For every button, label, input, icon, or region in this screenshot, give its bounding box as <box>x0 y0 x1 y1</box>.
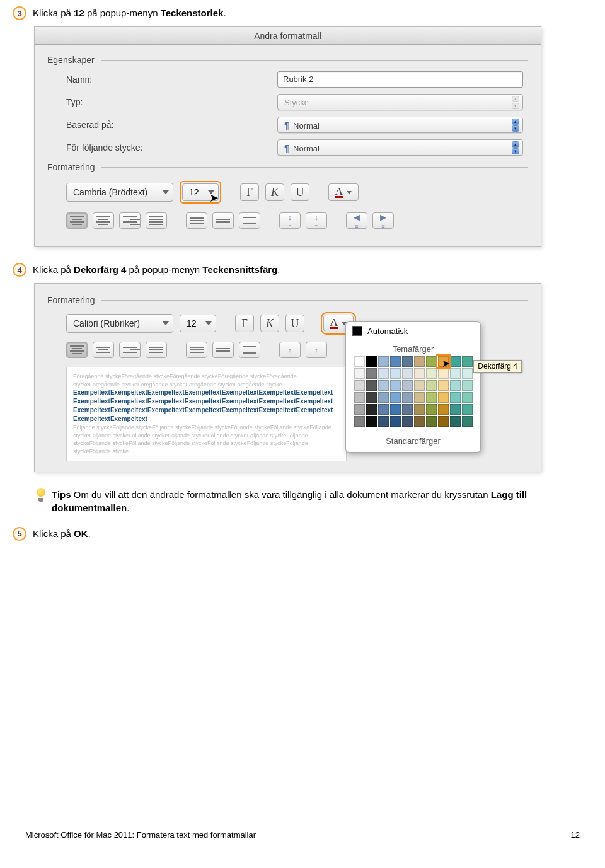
align-justify-button-2[interactable] <box>146 342 167 358</box>
italic-button[interactable]: K <box>265 183 284 201</box>
legend-formatting-2: Formatering <box>47 295 528 305</box>
theme-swatch[interactable] <box>390 380 401 391</box>
decrease-indent-button[interactable]: ◀≡ <box>346 212 367 229</box>
theme-swatch[interactable] <box>354 380 365 391</box>
line-spacing-1-button[interactable] <box>186 212 207 229</box>
theme-swatch[interactable] <box>450 392 461 403</box>
align-left-button-2[interactable] <box>66 342 88 358</box>
theme-swatch[interactable] <box>414 356 425 367</box>
font-family-dropdown[interactable]: Cambria (Brödtext) <box>66 183 173 202</box>
font-size-dropdown-2[interactable]: 12 <box>180 315 216 332</box>
bold-button[interactable]: F <box>240 183 259 201</box>
increase-indent-button[interactable]: ▶≡ <box>372 212 394 229</box>
underline-button-2[interactable]: U <box>285 315 304 332</box>
theme-swatch[interactable] <box>390 356 401 367</box>
theme-swatch[interactable] <box>366 356 377 367</box>
theme-swatch[interactable] <box>462 380 473 391</box>
theme-swatch[interactable] <box>366 416 377 427</box>
tip-block: Tips Om du vill att den ändrade formatma… <box>35 488 580 514</box>
following-dropdown[interactable]: ¶Normal ▴▾ <box>277 139 523 156</box>
theme-swatch[interactable] <box>426 356 437 367</box>
based-on-dropdown[interactable]: ¶Normal ▴▾ <box>277 117 523 133</box>
theme-swatch[interactable] <box>414 380 425 391</box>
theme-swatch[interactable] <box>354 416 365 427</box>
theme-swatch[interactable] <box>402 380 413 391</box>
theme-swatch[interactable] <box>426 404 437 415</box>
theme-swatch[interactable] <box>462 356 473 367</box>
theme-swatch[interactable] <box>426 392 437 403</box>
theme-swatch[interactable] <box>366 380 377 391</box>
theme-swatch[interactable] <box>366 392 377 403</box>
theme-swatch[interactable] <box>366 368 377 379</box>
theme-swatch[interactable] <box>438 368 449 379</box>
space-before-inc-button[interactable]: ↕≡ <box>279 212 301 229</box>
pilcrow-icon: ¶ <box>284 142 289 153</box>
theme-swatch[interactable] <box>378 392 389 403</box>
font-size-dropdown[interactable]: 12 <box>182 183 219 201</box>
theme-swatch[interactable] <box>354 404 365 415</box>
italic-button-2[interactable]: K <box>260 315 279 332</box>
line-spacing-1-button-2[interactable] <box>186 342 207 358</box>
theme-swatch[interactable] <box>390 368 401 379</box>
line-spacing-15-button-2[interactable] <box>212 342 234 358</box>
theme-swatch[interactable] <box>402 356 413 367</box>
theme-swatch[interactable] <box>450 356 461 367</box>
align-center-button[interactable] <box>93 212 114 229</box>
theme-swatch[interactable] <box>450 368 461 379</box>
theme-swatch[interactable] <box>390 416 401 427</box>
theme-swatch[interactable] <box>438 380 449 391</box>
theme-swatch[interactable] <box>414 368 425 379</box>
theme-swatch[interactable] <box>402 416 413 427</box>
line-spacing-15-button[interactable] <box>212 212 234 229</box>
theme-swatch[interactable] <box>438 392 449 403</box>
bold-button-2[interactable]: F <box>235 315 254 332</box>
theme-swatch[interactable] <box>450 380 461 391</box>
theme-swatch[interactable] <box>426 380 437 391</box>
theme-swatch[interactable] <box>378 380 389 391</box>
theme-swatch[interactable] <box>462 416 473 427</box>
theme-swatch[interactable] <box>414 404 425 415</box>
theme-swatch[interactable] <box>426 416 437 427</box>
theme-swatch[interactable] <box>354 392 365 403</box>
theme-swatch[interactable] <box>378 404 389 415</box>
theme-swatch[interactable] <box>378 368 389 379</box>
theme-swatch[interactable] <box>462 368 473 379</box>
theme-swatch[interactable] <box>450 404 461 415</box>
align-justify-button[interactable] <box>146 212 167 229</box>
theme-swatch[interactable] <box>426 368 437 379</box>
theme-swatch[interactable] <box>450 416 461 427</box>
line-spacing-2-button-2[interactable] <box>239 342 260 358</box>
label-following: För följande stycke: <box>66 142 277 153</box>
space-before-dec-button-2[interactable]: ↕ <box>306 342 327 358</box>
theme-swatch[interactable] <box>438 416 449 427</box>
theme-swatch[interactable] <box>414 416 425 427</box>
name-input[interactable]: Rubrik 2 <box>277 71 523 88</box>
theme-swatch[interactable] <box>402 404 413 415</box>
theme-swatch[interactable] <box>462 392 473 403</box>
align-center-button-2[interactable] <box>93 342 114 358</box>
font-family-dropdown-2[interactable]: Calibri (Rubriker) <box>66 314 173 333</box>
theme-swatch[interactable] <box>366 404 377 415</box>
theme-swatch[interactable] <box>354 356 365 367</box>
theme-swatch[interactable] <box>354 368 365 379</box>
align-left-button[interactable] <box>66 212 88 229</box>
theme-swatch[interactable] <box>390 404 401 415</box>
underline-button[interactable]: U <box>291 183 309 201</box>
space-before-inc-button-2[interactable]: ↕ <box>279 342 301 358</box>
theme-swatch[interactable] <box>390 392 401 403</box>
align-right-button[interactable] <box>119 212 141 229</box>
theme-swatch[interactable] <box>402 368 413 379</box>
font-color-button[interactable]: A <box>328 183 359 201</box>
step-badge-4: 4 <box>13 263 26 277</box>
theme-swatch[interactable]: ➤ <box>438 356 449 367</box>
theme-swatch[interactable] <box>462 404 473 415</box>
theme-swatch[interactable] <box>378 416 389 427</box>
automatic-color-item[interactable]: Automatisk <box>346 322 480 340</box>
align-right-button-2[interactable] <box>119 342 141 358</box>
theme-swatch[interactable] <box>378 356 389 367</box>
line-spacing-2-button[interactable] <box>239 212 260 229</box>
theme-swatch[interactable] <box>414 392 425 403</box>
space-before-dec-button[interactable]: ↕≡ <box>306 212 327 229</box>
theme-swatch[interactable] <box>402 392 413 403</box>
theme-swatch[interactable] <box>438 404 449 415</box>
